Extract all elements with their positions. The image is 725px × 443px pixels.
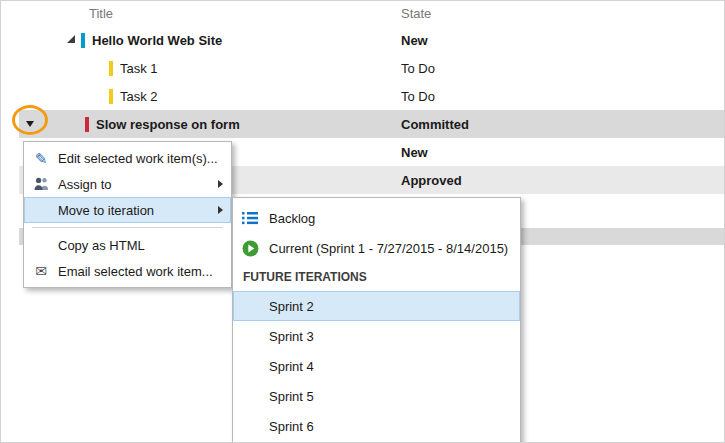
tree-expander-icon[interactable]	[67, 35, 75, 43]
annotation-highlight-circle	[12, 105, 48, 135]
row-task-2[interactable]: Task 2 To Do	[19, 82, 724, 110]
work-item-type-bar-yellow	[109, 89, 113, 104]
indent-spacer	[19, 40, 67, 41]
submenu-item-sprint-5[interactable]: Sprint 5	[233, 381, 520, 411]
work-item-title: Slow response on form	[96, 117, 240, 132]
work-item-state: New	[401, 33, 428, 48]
menu-item-move-to-iteration[interactable]: Move to iteration	[24, 197, 231, 223]
submenu-item-label: Backlog	[269, 211, 315, 226]
menu-item-copy-as-html[interactable]: Copy as HTML	[24, 232, 231, 258]
submenu-item-label: Sprint 4	[269, 359, 314, 374]
submenu-item-backlog[interactable]: Backlog	[233, 203, 520, 233]
backlog-icon	[242, 209, 260, 227]
menu-item-label: Copy as HTML	[58, 238, 145, 253]
submenu-item-label: Sprint 5	[269, 389, 314, 404]
indent-spacer	[19, 68, 109, 69]
work-item-state: To Do	[401, 89, 435, 104]
submenu-item-sprint-6[interactable]: Sprint 6	[233, 411, 520, 441]
work-item-title: Task 1	[120, 61, 158, 76]
submenu-item-label: Sprint 3	[269, 329, 314, 344]
menu-separator	[32, 227, 223, 228]
menu-item-email-selected[interactable]: ✉ Email selected work item...	[24, 258, 231, 284]
work-item-state: Approved	[401, 173, 462, 188]
mail-icon: ✉	[30, 264, 52, 278]
menu-item-label: Email selected work item...	[58, 264, 213, 279]
future-iterations-header: FUTURE ITERATIONS	[233, 263, 520, 291]
menu-item-label: Assign to	[58, 177, 111, 192]
menu-item-edit-selected[interactable]: ✎ Edit selected work item(s)...	[24, 145, 231, 171]
menu-item-assign-to[interactable]: Assign to	[24, 171, 231, 197]
work-item-type-bar-red	[85, 117, 89, 132]
menu-item-label: Move to iteration	[58, 203, 154, 218]
work-item-backlog-screen: Title State Hello World Web Site New Tas…	[0, 0, 725, 443]
submenu-item-current-sprint[interactable]: Current (Sprint 1 - 7/27/2015 - 8/14/201…	[233, 233, 520, 263]
row-slow-response-on-form[interactable]: Slow response on form Committed	[19, 110, 724, 138]
indent-spacer	[19, 96, 109, 97]
row-hello-world-web-site[interactable]: Hello World Web Site New	[19, 26, 724, 54]
work-item-context-menu: ✎ Edit selected work item(s)... Assign t…	[23, 141, 232, 288]
submenu-item-sprint-4[interactable]: Sprint 4	[233, 351, 520, 381]
column-header-title[interactable]: Title	[89, 6, 113, 21]
move-to-iteration-submenu: Backlog Current (Sprint 1 - 7/27/2015 - …	[232, 197, 521, 443]
submenu-item-sprint-3[interactable]: Sprint 3	[233, 321, 520, 351]
submenu-item-sprint-2[interactable]: Sprint 2	[233, 291, 520, 321]
submenu-arrow-icon	[218, 206, 223, 214]
work-item-type-bar-blue	[81, 33, 85, 48]
work-item-title: Hello World Web Site	[92, 33, 222, 48]
current-sprint-icon	[242, 239, 260, 257]
submenu-item-label: Sprint 6	[269, 419, 314, 434]
submenu-arrow-icon	[218, 180, 223, 188]
row-task-1[interactable]: Task 1 To Do	[19, 54, 724, 82]
work-item-state: Committed	[401, 117, 469, 132]
menu-item-label: Edit selected work item(s)...	[58, 151, 218, 166]
work-item-state: To Do	[401, 61, 435, 76]
submenu-item-label: Sprint 2	[269, 299, 314, 314]
column-header-state[interactable]: State	[401, 6, 431, 21]
submenu-item-label: Current (Sprint 1 - 7/27/2015 - 8/14/201…	[269, 241, 508, 256]
work-item-title: Task 2	[120, 89, 158, 104]
work-item-type-bar-yellow	[109, 61, 113, 76]
grid-header: Title State	[1, 1, 724, 26]
people-icon	[30, 177, 52, 192]
work-item-state: New	[401, 145, 428, 160]
pencil-icon: ✎	[30, 151, 52, 166]
